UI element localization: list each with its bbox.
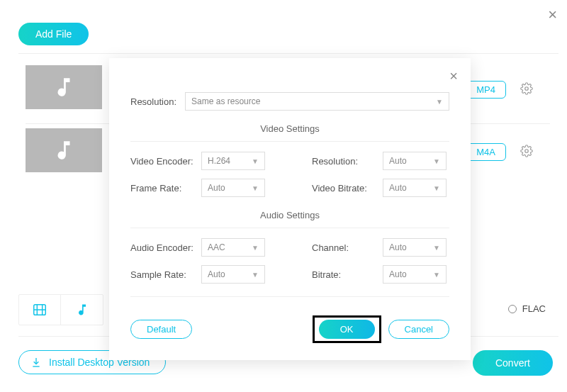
frame-rate-label: Frame Rate: xyxy=(130,183,201,194)
add-file-label: Add File xyxy=(35,28,72,40)
video-resolution-value: Auto xyxy=(389,156,407,166)
format-badge[interactable]: M4A xyxy=(466,143,506,161)
video-bitrate-value: Auto xyxy=(389,183,407,193)
sample-rate-label: Sample Rate: xyxy=(130,269,201,280)
video-resolution-select[interactable]: Auto ▼ xyxy=(383,152,447,170)
audio-bitrate-select[interactable]: Auto ▼ xyxy=(383,265,447,284)
format-option-flac[interactable]: FLAC xyxy=(508,303,546,314)
resolution-value: Same as resource xyxy=(191,96,260,106)
tab-audio[interactable] xyxy=(61,294,103,325)
settings-modal: × Resolution: Same as resource ▼ Video S… xyxy=(109,58,471,360)
default-button[interactable]: Default xyxy=(130,320,192,339)
audio-section-title: Audio Settings xyxy=(130,210,449,220)
film-icon xyxy=(32,302,47,318)
format-option-label: FLAC xyxy=(522,303,546,314)
cancel-button[interactable]: Cancel xyxy=(388,320,449,339)
ok-button[interactable]: OK xyxy=(319,320,375,339)
music-note-icon xyxy=(75,303,89,317)
svg-point-1 xyxy=(525,150,529,153)
chevron-down-icon: ▼ xyxy=(436,98,443,106)
divider xyxy=(130,296,449,297)
format-badge-label: MP4 xyxy=(476,84,495,95)
chevron-down-icon: ▼ xyxy=(252,271,259,279)
frame-rate-value: Auto xyxy=(208,183,225,193)
music-note-icon xyxy=(52,75,76,99)
divider xyxy=(130,141,449,142)
resolution-label: Resolution: xyxy=(130,96,176,107)
video-resolution-label: Resolution: xyxy=(312,156,383,167)
convert-button[interactable]: Convert xyxy=(473,350,553,376)
video-encoder-value: H.264 xyxy=(208,156,230,166)
chevron-down-icon: ▼ xyxy=(433,244,440,252)
svg-point-0 xyxy=(525,87,529,91)
app-close-icon[interactable]: × xyxy=(548,6,557,24)
channel-value: Auto xyxy=(389,242,407,252)
ok-highlight-box: OK xyxy=(313,315,381,343)
audio-bitrate-value: Auto xyxy=(389,269,407,279)
format-tabs xyxy=(18,294,103,325)
audio-thumbnail xyxy=(26,128,102,172)
channel-label: Channel: xyxy=(312,242,383,253)
audio-encoder-label: Audio Encoder: xyxy=(130,242,201,253)
settings-gear-icon[interactable] xyxy=(520,145,533,161)
audio-encoder-select[interactable]: AAC ▼ xyxy=(201,238,265,257)
frame-rate-select[interactable]: Auto ▼ xyxy=(201,179,265,197)
chevron-down-icon: ▼ xyxy=(433,271,440,279)
chevron-down-icon: ▼ xyxy=(433,157,440,165)
video-encoder-select[interactable]: H.264 ▼ xyxy=(201,152,265,170)
chevron-down-icon: ▼ xyxy=(252,157,259,165)
audio-bitrate-label: Bitrate: xyxy=(312,269,383,280)
audio-encoder-value: AAC xyxy=(208,242,225,252)
radio-icon xyxy=(508,305,517,313)
convert-label: Convert xyxy=(495,357,530,369)
music-note-icon xyxy=(52,138,76,162)
sample-rate-select[interactable]: Auto ▼ xyxy=(201,265,265,284)
download-icon xyxy=(30,357,42,368)
ok-label: OK xyxy=(340,324,354,335)
format-badge-label: M4A xyxy=(476,147,495,157)
divider xyxy=(130,228,449,228)
video-encoder-label: Video Encoder: xyxy=(130,156,201,167)
format-badge[interactable]: MP4 xyxy=(466,81,506,99)
settings-gear-icon[interactable] xyxy=(520,82,533,99)
add-file-button[interactable]: Add File xyxy=(18,23,89,45)
video-bitrate-label: Video Bitrate: xyxy=(312,183,383,194)
video-section-title: Video Settings xyxy=(130,123,449,134)
audio-thumbnail xyxy=(26,65,102,109)
resolution-select[interactable]: Same as resource ▼ xyxy=(185,92,449,111)
default-label: Default xyxy=(147,324,176,335)
chevron-down-icon: ▼ xyxy=(252,244,259,252)
file-row xyxy=(26,61,102,113)
tab-video[interactable] xyxy=(19,294,61,325)
divider xyxy=(18,53,558,54)
chevron-down-icon: ▼ xyxy=(252,184,259,192)
chevron-down-icon: ▼ xyxy=(433,184,440,192)
modal-close-icon[interactable]: × xyxy=(449,68,458,84)
sample-rate-value: Auto xyxy=(208,269,225,279)
cancel-label: Cancel xyxy=(405,324,433,335)
channel-select[interactable]: Auto ▼ xyxy=(383,238,447,257)
video-bitrate-select[interactable]: Auto ▼ xyxy=(383,179,447,197)
